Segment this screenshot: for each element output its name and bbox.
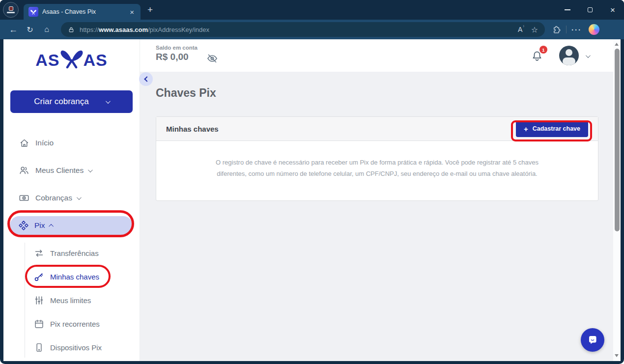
- new-tab-button[interactable]: +: [147, 4, 153, 16]
- maximize-icon: [588, 7, 593, 12]
- extensions-icon[interactable]: [552, 25, 561, 34]
- chevron-left-icon: [144, 76, 149, 82]
- calendar-icon: [33, 318, 44, 329]
- refresh-icon[interactable]: ↻: [22, 25, 38, 34]
- url-text: https://www.asaas.com/pixAddressKey/inde…: [80, 26, 511, 33]
- sidebar-item-dispositivos-pix[interactable]: Dispositivos Pix: [33, 340, 102, 354]
- submenu-indent-line: [25, 243, 25, 358]
- browser-window: Asaas - Chaves Pix × + × ← ↻ ⌂ https://w…: [0, 0, 624, 364]
- balance-label: Saldo em conta: [156, 45, 198, 51]
- back-icon[interactable]: ←: [5, 25, 22, 35]
- sidebar-item-meus-limites[interactable]: Meus limites: [33, 293, 91, 307]
- browser-tab[interactable]: Asaas - Chaves Pix ×: [24, 4, 141, 20]
- tab-title: Asaas - Chaves Pix: [42, 8, 128, 15]
- account-balance: Saldo em conta R$ 0,00: [156, 45, 198, 62]
- scroll-up-icon[interactable]: [615, 43, 619, 46]
- device-icon: [33, 342, 44, 353]
- chevron-down-icon[interactable]: [586, 53, 591, 58]
- asaas-favicon-icon: [28, 7, 38, 17]
- register-key-button[interactable]: + Cadastrar chave: [516, 121, 588, 137]
- chat-support-button[interactable]: [581, 328, 604, 352]
- notification-badge: 1: [539, 46, 547, 54]
- chevron-down-icon: [106, 99, 111, 104]
- close-button[interactable]: ×: [601, 0, 624, 20]
- scroll-down-icon[interactable]: [615, 354, 619, 357]
- copilot-icon[interactable]: [589, 24, 599, 35]
- window-controls: ×: [556, 0, 624, 20]
- asaas-logo: AS AS: [3, 48, 140, 72]
- page-scrollbar[interactable]: [613, 39, 621, 361]
- tab-close-icon[interactable]: ×: [128, 8, 136, 16]
- sidebar-item-transferencias[interactable]: Transferências: [33, 246, 99, 260]
- favorite-star-icon[interactable]: ☆: [531, 25, 538, 34]
- minimize-icon: [565, 9, 570, 10]
- lock-icon: [68, 26, 75, 33]
- sidebar-item-minhas-chaves[interactable]: Minhas chaves: [33, 270, 99, 283]
- page-content: Chaves Pix Minhas chaves + Cadastrar cha…: [140, 86, 613, 201]
- plus-icon: +: [524, 125, 528, 133]
- browser-toolbar: ← ↻ ⌂ https://www.asaas.com/pixAddressKe…: [0, 20, 624, 39]
- customers-icon: [19, 165, 29, 176]
- my-keys-panel: Minhas chaves + Cadastrar chave O regist…: [156, 116, 598, 201]
- panel-description: O registro de chave é necessário para re…: [156, 141, 598, 200]
- chevron-down-icon: [77, 195, 82, 200]
- avatar[interactable]: [559, 46, 579, 65]
- browser-menu-icon[interactable]: ···: [571, 26, 582, 34]
- scrollbar-thumb[interactable]: [615, 49, 620, 231]
- balance-value: R$ 0,00: [156, 52, 198, 62]
- browser-tab-bar: Asaas - Chaves Pix × + ×: [0, 0, 624, 20]
- eye-off-icon[interactable]: [206, 53, 218, 66]
- create-charge-button[interactable]: Criar cobrança: [10, 90, 133, 113]
- chat-bubble-icon: [586, 334, 599, 346]
- panel-title: Minhas chaves: [166, 125, 219, 133]
- page-title: Chaves Pix: [156, 86, 598, 100]
- main-header: Saldo em conta R$ 0,00 1: [140, 39, 613, 72]
- sidebar-item-pix[interactable]: Pix: [10, 216, 133, 235]
- home-icon[interactable]: ⌂: [38, 25, 55, 34]
- key-icon: [33, 271, 44, 282]
- sidebar-collapse-button[interactable]: [139, 72, 153, 86]
- sliders-icon: [33, 295, 44, 306]
- minimize-button[interactable]: [556, 0, 579, 20]
- toolbar-divider: [566, 26, 567, 33]
- money-icon: [19, 193, 29, 203]
- app-area: AS AS Criar cobrança Início Meus Cliente…: [3, 39, 621, 361]
- sidebar-item-inicio[interactable]: Início: [19, 136, 54, 150]
- asaas-butterfly-icon: [58, 48, 85, 69]
- address-bar[interactable]: https://www.asaas.com/pixAddressKey/inde…: [61, 22, 545, 37]
- panel-header: Minhas chaves + Cadastrar chave: [156, 117, 598, 141]
- chevron-up-icon: [49, 224, 54, 228]
- profile-logo-icon: [9, 6, 13, 11]
- sidebar-item-meus-clientes[interactable]: Meus Clientes: [19, 164, 91, 177]
- close-icon: ×: [610, 6, 615, 14]
- pix-icon: [18, 220, 29, 231]
- transfer-arrows-icon: [33, 248, 44, 258]
- profile-label-line: [7, 12, 15, 13]
- browser-profile-icon[interactable]: [3, 2, 19, 18]
- home-outline-icon: [19, 138, 29, 148]
- read-aloud-icon[interactable]: A⁾: [518, 26, 524, 33]
- main-area: Saldo em conta R$ 0,00 1 Chaves Pix Minh…: [140, 39, 613, 361]
- sidebar: AS AS Criar cobrança Início Meus Cliente…: [3, 39, 140, 361]
- maximize-button[interactable]: [579, 0, 601, 20]
- chevron-down-icon: [88, 168, 93, 172]
- sidebar-item-cobrancas[interactable]: Cobranças: [19, 191, 80, 205]
- sidebar-item-pix-recorrentes[interactable]: Pix recorrentes: [33, 317, 100, 331]
